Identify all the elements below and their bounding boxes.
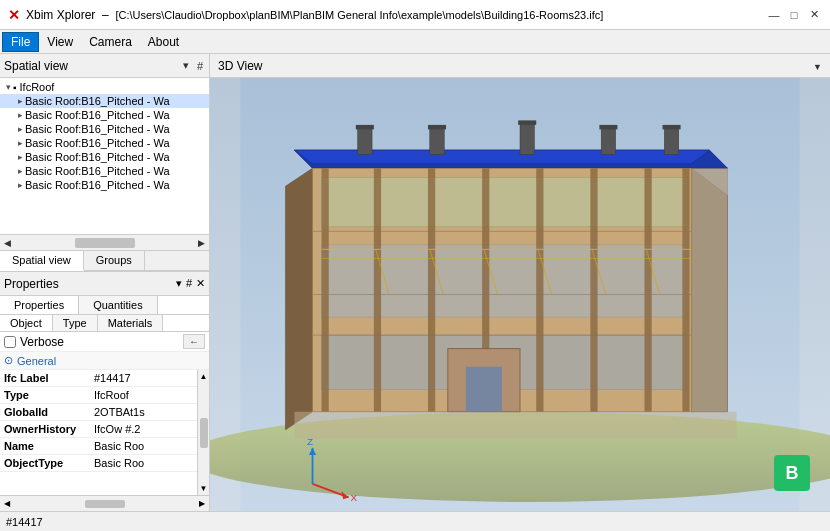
svg-rect-17 bbox=[644, 168, 651, 412]
props-close-icon[interactable]: ✕ bbox=[196, 277, 205, 290]
vscroll-thumb[interactable] bbox=[200, 418, 208, 448]
scroll-left-arrow[interactable]: ◀ bbox=[4, 238, 11, 248]
svg-marker-6 bbox=[285, 168, 312, 430]
3d-view-title: 3D View bbox=[218, 59, 262, 73]
verbose-row: Verbose ← bbox=[0, 332, 209, 352]
svg-rect-22 bbox=[428, 125, 446, 130]
tree-item-roof-1[interactable]: ▸ Basic Roof:B16_Pitched - Wa bbox=[0, 94, 209, 108]
pin-icon[interactable]: ▾ bbox=[181, 59, 191, 72]
section-arrow: ⊙ bbox=[4, 354, 13, 367]
svg-rect-18 bbox=[682, 168, 689, 412]
props-pin-icon[interactable]: ▾ bbox=[176, 277, 182, 290]
props-header: Properties ▾ # ✕ bbox=[0, 272, 209, 296]
minimize-button[interactable]: — bbox=[766, 7, 782, 23]
menu-view[interactable]: View bbox=[39, 33, 81, 51]
file-path: [C:\Users\Claudio\Dropbox\planBIM\PlanBI… bbox=[115, 9, 603, 21]
menu-file[interactable]: File bbox=[2, 32, 39, 52]
svg-rect-12 bbox=[374, 168, 381, 412]
tree-arrow-roof-3: ▸ bbox=[18, 124, 23, 134]
section-general[interactable]: ⊙ General bbox=[0, 352, 209, 370]
3d-view-chevron-icon[interactable] bbox=[813, 60, 822, 72]
app-name: Xbim Xplorer bbox=[26, 8, 95, 22]
title-bar: ✕ Xbim Xplorer – [C:\Users\Claudio\Dropb… bbox=[0, 0, 830, 30]
back-button[interactable]: ← bbox=[183, 334, 205, 349]
title-bar-controls: — □ ✕ bbox=[766, 7, 822, 23]
tree-label-roof-1: Basic Roof:B16_Pitched - Wa bbox=[25, 95, 170, 107]
prop-name-ownerhistory: OwnerHistory bbox=[0, 421, 90, 438]
tree-label-roof-5: Basic Roof:B16_Pitched - Wa bbox=[25, 151, 170, 163]
props-vscrollbar[interactable]: ▲ ▼ bbox=[197, 370, 209, 495]
tree-arrow-roof-1: ▸ bbox=[18, 96, 23, 106]
svg-rect-26 bbox=[599, 125, 617, 130]
prop-name-ifclabel: Ifc Label bbox=[0, 370, 90, 387]
props-main-tabs: Properties Quantities bbox=[0, 296, 209, 315]
prop-name-name: Name bbox=[0, 438, 90, 455]
verbose-checkbox[interactable] bbox=[4, 336, 16, 348]
vscroll-up-arrow[interactable]: ▲ bbox=[200, 372, 208, 381]
scroll-right-arrow[interactable]: ▶ bbox=[198, 238, 205, 248]
prop-value-ownerhistory: IfcOw #.2 bbox=[90, 421, 209, 438]
tree-item-roof-4[interactable]: ▸ Basic Roof:B16_Pitched - Wa bbox=[0, 136, 209, 150]
svg-rect-21 bbox=[430, 128, 444, 155]
tree-item-roof-6[interactable]: ▸ Basic Roof:B16_Pitched - Wa bbox=[0, 164, 209, 178]
tree-icon-ifcroof: ▪ bbox=[13, 82, 17, 93]
prop-name-globalid: GlobalId bbox=[0, 404, 90, 421]
tab-groups[interactable]: Groups bbox=[84, 251, 145, 270]
svg-text:Z: Z bbox=[307, 436, 313, 447]
svg-rect-27 bbox=[664, 128, 678, 155]
tree-label-ifcroof: IfcRoof bbox=[20, 81, 55, 93]
prop-row-globalid: GlobalId 2OTBAt1s bbox=[0, 404, 209, 421]
svg-rect-30 bbox=[466, 367, 502, 412]
vscroll-down-arrow[interactable]: ▼ bbox=[200, 484, 208, 493]
props-tab-quantities[interactable]: Quantities bbox=[79, 296, 158, 314]
hscroll-thumb[interactable] bbox=[85, 500, 125, 508]
hscroll-right-arrow[interactable]: ▶ bbox=[199, 499, 205, 508]
main-layout: Spatial view ▾ # ▾ ▪ IfcRoof ▸ Basic Roo… bbox=[0, 54, 830, 511]
props-table: Ifc Label #14417 Type IfcRoof GlobalId 2… bbox=[0, 370, 209, 472]
prop-name-type: Type bbox=[0, 387, 90, 404]
props-hscrollbar[interactable]: ◀ ▶ bbox=[0, 495, 209, 511]
tree-arrow-ifcroof: ▾ bbox=[6, 82, 11, 92]
spatial-view-header: Spatial view ▾ # bbox=[0, 54, 209, 78]
props-tab-properties[interactable]: Properties bbox=[0, 296, 79, 314]
spatial-view-title: Spatial view bbox=[4, 59, 68, 73]
tree-item-roof-7[interactable]: ▸ Basic Roof:B16_Pitched - Wa bbox=[0, 178, 209, 192]
close-button[interactable]: ✕ bbox=[806, 7, 822, 23]
menu-about[interactable]: About bbox=[140, 33, 187, 51]
svg-rect-20 bbox=[356, 125, 374, 130]
scroll-thumb[interactable] bbox=[75, 238, 135, 248]
hscroll-left-arrow[interactable]: ◀ bbox=[4, 499, 10, 508]
props-subtab-materials[interactable]: Materials bbox=[98, 315, 164, 331]
title-bar-text: Xbim Xplorer – [C:\Users\Claudio\Dropbox… bbox=[26, 8, 603, 22]
menu-camera[interactable]: Camera bbox=[81, 33, 140, 51]
dock-icon[interactable]: # bbox=[195, 60, 205, 72]
tree-item-roof-3[interactable]: ▸ Basic Roof:B16_Pitched - Wa bbox=[0, 122, 209, 136]
prop-value-ifclabel: #14417 bbox=[90, 370, 209, 387]
svg-rect-16 bbox=[590, 168, 597, 412]
tree-arrow-roof-4: ▸ bbox=[18, 138, 23, 148]
props-subtab-object[interactable]: Object bbox=[0, 315, 53, 331]
prop-row-ownerhistory: OwnerHistory IfcOw #.2 bbox=[0, 421, 209, 438]
tree-arrow-roof-7: ▸ bbox=[18, 180, 23, 190]
tree-arrow-roof-6: ▸ bbox=[18, 166, 23, 176]
props-sub-tabs: Object Type Materials bbox=[0, 315, 209, 332]
properties-panel: Properties ▾ # ✕ Properties Quantities O… bbox=[0, 271, 209, 511]
branding-button[interactable]: B bbox=[774, 455, 810, 491]
tree-scrollbar[interactable]: ◀ ▶ bbox=[0, 234, 209, 250]
maximize-button[interactable]: □ bbox=[786, 7, 802, 23]
tree-label-roof-3: Basic Roof:B16_Pitched - Wa bbox=[25, 123, 170, 135]
verbose-left: Verbose bbox=[4, 335, 64, 349]
props-header-icons: ▾ # ✕ bbox=[176, 277, 205, 290]
props-subtab-type[interactable]: Type bbox=[53, 315, 98, 331]
prop-value-name: Basic Roo bbox=[90, 438, 209, 455]
title-bar-left: ✕ Xbim Xplorer – [C:\Users\Claudio\Dropb… bbox=[8, 7, 603, 23]
props-dock-icon[interactable]: # bbox=[186, 277, 192, 290]
tree-item-roof-5[interactable]: ▸ Basic Roof:B16_Pitched - Wa bbox=[0, 150, 209, 164]
tree-item-ifcroof[interactable]: ▾ ▪ IfcRoof bbox=[0, 80, 209, 94]
status-text: #14417 bbox=[6, 516, 43, 528]
props-title: Properties bbox=[4, 277, 59, 291]
tree-item-roof-2[interactable]: ▸ Basic Roof:B16_Pitched - Wa bbox=[0, 108, 209, 122]
tab-spatial-view[interactable]: Spatial view bbox=[0, 251, 84, 271]
svg-rect-23 bbox=[520, 123, 534, 155]
svg-rect-11 bbox=[322, 168, 329, 412]
